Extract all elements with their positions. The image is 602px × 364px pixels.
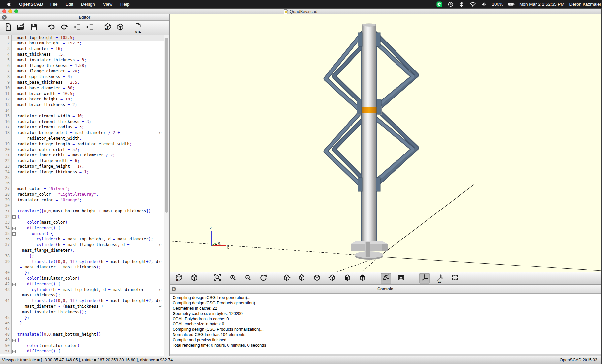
code-line[interactable]: 3mast_diameter = 16; [0,46,164,52]
code-line[interactable]: 9mast_base_thickness = 2.5; [0,80,164,85]
zoom-all-button[interactable] [212,273,223,284]
show-crosshairs-button[interactable] [450,273,460,284]
fold-marker[interactable] [12,231,16,237]
save-button[interactable] [28,22,40,34]
new-file-button[interactable] [2,22,14,34]
code-line[interactable]: mast_flange_diameter); [0,248,164,253]
code-line[interactable]: 51 difference() { [0,349,164,354]
code-line[interactable]: 25 [0,175,164,181]
code-line[interactable]: 37 cylinder(h = mast_flange_thickness, d… [0,242,164,248]
code-line[interactable]: 22radiator_flange_width = 6; [0,158,164,164]
code-line[interactable]: 32{ [0,214,164,220]
code-line[interactable]: 40 }; [0,270,164,276]
bluetooth-icon[interactable] [459,1,465,7]
code-line[interactable]: 44 translate([0,0,-1]) cylinder(h = mast… [0,298,164,304]
preview-button[interactable]: » [174,273,184,284]
code-line[interactable]: 8mast_gap_thickness = 4; [0,74,164,80]
3d-viewport[interactable]: z y x [170,14,601,272]
code-line[interactable]: mast_insulator_thickness)); [0,309,164,315]
fold-marker[interactable] [12,349,16,354]
close-icon[interactable]: ✕ [2,15,7,20]
code-line[interactable]: 18radiator_bridge_orbit = mast_diameter … [0,130,164,136]
code-line[interactable]: 13mast_brace_thickness = 2; [0,102,164,108]
code-line[interactable]: 28radiator_color = "LightSlateGray"; [0,192,164,197]
apple-icon[interactable] [5,1,12,7]
volume-icon[interactable] [481,1,488,7]
menu-design[interactable]: Design [81,2,95,7]
indent-button[interactable] [84,22,96,34]
code-line[interactable]: 11mast_brace_width = 10.5; [0,91,164,97]
code-line[interactable]: 39 translate([0,0,-1]) cylinder(h = mast… [0,259,164,265]
menu-help[interactable]: Help [120,2,130,7]
redo-button[interactable] [58,22,70,34]
show-axes-button[interactable] [419,273,430,284]
code-line[interactable]: 50 color(insulator_color) [0,343,164,349]
code-line[interactable]: = mast_diameter - (mast_thickness +↵ [0,304,164,309]
code-line[interactable]: 33 color(mast_color) [0,220,164,225]
fold-marker[interactable] [12,225,16,231]
fold-marker[interactable] [12,214,16,220]
code-line[interactable]: 49{ [0,337,164,343]
menu-file[interactable]: File [50,2,58,7]
code-line[interactable]: 4mast_thickness = .5; [0,52,164,57]
view-top-button[interactable] [297,273,307,284]
code-line[interactable]: 16radiator_element_thickness = 3; [0,119,164,125]
code-line[interactable]: 15radiator_element_width = 10; [0,113,164,119]
code-line[interactable]: 43 cylinder(h = mast_top_height, d = mas… [0,287,164,293]
reset-view-button[interactable] [258,273,269,284]
show-scale-markers-button[interactable]: 10 [434,273,445,284]
code-line[interactable]: 24radiator_flange_thickness = 1; [0,169,164,175]
editor-scrollbar[interactable] [164,35,169,356]
line-app-icon[interactable] [436,1,443,7]
code-line[interactable]: 35 union() { [0,231,164,237]
code-editor[interactable]: 1mast_top_height = 103.5;2mast_bottom_he… [0,35,169,356]
code-line[interactable]: 45 }; [0,315,164,321]
code-line[interactable]: 1mast_top_height = 103.5; [0,35,164,41]
menu-edit[interactable]: Edit [66,2,73,7]
menu-view[interactable]: View [103,2,112,7]
menu-app-name[interactable]: OpenSCAD [19,2,43,7]
time-machine-icon[interactable] [447,1,454,7]
perspective-button[interactable] [381,273,391,284]
code-line[interactable]: 27mast_color = "Silver"; [0,186,164,192]
close-icon[interactable]: ✕ [172,287,176,291]
code-line[interactable]: 20radiator_outer_orbit = 57; [0,147,164,153]
code-line[interactable]: 31translate([0,0,mast_bottom_height + ma… [0,209,164,214]
code-line[interactable]: 47 [0,326,164,332]
code-line[interactable]: 2mast_bottom_height = 192.5; [0,41,164,46]
code-line[interactable]: 21radiator_inner_orbit = mast_diameter /… [0,153,164,158]
wifi-icon[interactable] [470,1,476,7]
render-button[interactable] [114,22,126,34]
export-stl-button[interactable]: STL [132,22,144,34]
menu-clock[interactable]: Mon Mar 2 2:52:35 PM [519,2,564,7]
zoom-in-button[interactable] [228,273,238,284]
code-line[interactable]: 14 [0,108,164,113]
view-right-button[interactable] [281,273,292,284]
undo-button[interactable] [46,22,57,34]
fold-marker[interactable] [12,337,16,343]
code-line[interactable]: 48translate([0,0,mast_bottom_height]) [0,332,164,337]
code-line[interactable]: 36 cylinder(h = mast_top_height, d = mas… [0,237,164,242]
code-line[interactable]: 26 [0,181,164,186]
code-line[interactable]: 10mast_base_diameter = 30; [0,85,164,91]
code-line[interactable]: mast_thickness); [0,293,164,298]
window-title-bar[interactable]: QuadBev.scad [0,9,601,14]
open-button[interactable] [15,22,27,34]
console-log[interactable]: Compiling design (CSG Tree generation)..… [170,294,601,356]
code-line[interactable]: 41 color(insulator_color) [0,276,164,281]
view-back-button[interactable] [357,273,368,284]
code-line[interactable]: 7mast_flange_diameter = 20; [0,69,164,74]
view-left-button[interactable] [327,273,337,284]
unindent-button[interactable] [71,22,83,34]
code-line[interactable]: 42 difference() { [0,281,164,287]
code-line[interactable]: 6mast_flange_thickness = 1.58; [0,63,164,69]
code-line[interactable]: 38 }; [0,253,164,259]
code-line[interactable]: 17radiator_element_radius = 3; [0,125,164,130]
orthographic-button[interactable] [396,273,406,284]
code-line[interactable]: 29insulator_color = "Orange"; [0,197,164,203]
editor-scrollbar-thumb[interactable] [165,38,168,213]
code-line[interactable]: 30 [0,203,164,209]
zoom-out-button[interactable] [243,273,253,284]
code-line[interactable]: 23radiator_flange_height = 17; [0,164,164,169]
fold-marker[interactable] [12,281,16,287]
